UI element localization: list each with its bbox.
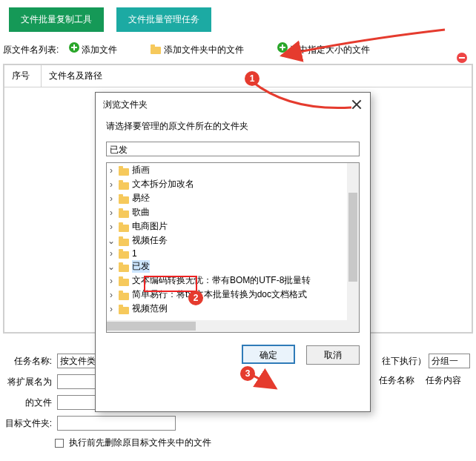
- chevron-right-icon[interactable]: ›: [107, 304, 116, 314]
- tree-node-label: 电商图片: [132, 220, 168, 233]
- tree-node[interactable]: ⌄视频任务: [107, 233, 359, 248]
- tree-node[interactable]: ›简单易行：将txt文本批量转换为doc文档格式: [107, 288, 359, 302]
- col-no: 序号: [4, 65, 42, 87]
- folder-icon: [119, 196, 129, 204]
- minus-icon: [457, 53, 467, 63]
- chevron-right-icon[interactable]: ›: [107, 290, 116, 300]
- add-folder-files-button[interactable]: 添加文件夹中的文件: [151, 44, 243, 56]
- task-name-col: 任务名称: [379, 374, 423, 387]
- tree-node-label: 歌曲: [132, 206, 150, 219]
- tree-vscrollbar[interactable]: [347, 163, 359, 332]
- tree-node-label: 1: [132, 248, 137, 259]
- folder-icon: [119, 307, 129, 314]
- annotation-badge-2: 2: [188, 291, 203, 305]
- select-by-size-button[interactable]: 选中指定大小的文件: [277, 42, 370, 56]
- delete-first-label: 执行前先删除原目标文件夹中的文件: [69, 437, 211, 448]
- tree-hscrollbar[interactable]: [107, 320, 347, 332]
- folder-icon: [119, 182, 129, 190]
- task-name-label: 任务名称:: [4, 355, 52, 368]
- tree-node-label: 插画: [132, 164, 150, 176]
- dialog-title: 浏览文件夹: [103, 99, 148, 111]
- plus-icon: [69, 42, 79, 53]
- tree-node-label: 文本编码转换无忧：带有BOM的UTF-8批量转: [132, 274, 311, 287]
- add-file-button[interactable]: 添加文件: [69, 42, 117, 56]
- folder-icon: [119, 251, 129, 259]
- annotation-badge-1: 1: [245, 71, 260, 86]
- cancel-button[interactable]: 取消: [306, 345, 360, 365]
- chevron-right-icon[interactable]: ›: [107, 208, 116, 218]
- file-of-label: 的文件: [4, 397, 52, 409]
- file-batch-copy-button[interactable]: 文件批量复制工具: [9, 7, 104, 32]
- tree-node[interactable]: ›插画: [107, 163, 359, 177]
- tree-node[interactable]: ›文本编码转换无忧：带有BOM的UTF-8批量转: [107, 273, 359, 288]
- chevron-right-icon[interactable]: ›: [107, 276, 116, 286]
- delete-first-checkbox[interactable]: [55, 439, 64, 448]
- tree-node-label: 视频任务: [132, 234, 168, 247]
- select-by-size-label: 选中指定大小的文件: [290, 44, 370, 55]
- folder-icon: [151, 47, 161, 54]
- annotation-badge-3: 3: [240, 366, 255, 381]
- toolbar-right-item[interactable]: [457, 53, 467, 65]
- tree-node-label: 文本拆分加改名: [132, 178, 194, 190]
- target-folder-label: 目标文件夹:: [4, 417, 52, 430]
- keep-exec-text: 往下执行）: [382, 356, 426, 366]
- chevron-right-icon[interactable]: ›: [107, 222, 116, 232]
- tree-node-label: 视频范例: [132, 302, 168, 315]
- browse-folder-dialog: 浏览文件夹 请选择要管理的原文件所在的文件夹 已发 ›插画›文本拆分加改名›易经…: [95, 92, 371, 412]
- folder-icon: [119, 279, 129, 286]
- tree-node[interactable]: ›视频范例: [107, 302, 359, 316]
- target-folder-input[interactable]: [57, 416, 176, 431]
- chevron-down-icon[interactable]: ⌄: [107, 262, 116, 272]
- chevron-right-icon[interactable]: ›: [107, 165, 116, 176]
- tree-node[interactable]: ›歌曲: [107, 205, 359, 219]
- close-button[interactable]: [351, 99, 363, 110]
- tree-node[interactable]: ›电商图片: [107, 219, 359, 233]
- task-content-col: 任务内容: [426, 374, 470, 387]
- tree-node[interactable]: ›易经: [107, 191, 359, 205]
- tree-node[interactable]: ⌄已发: [107, 259, 359, 273]
- add-folder-files-label: 添加文件夹中的文件: [164, 44, 244, 55]
- chevron-right-icon[interactable]: ›: [107, 193, 116, 204]
- folder-icon: [119, 265, 129, 272]
- tree-node-label: 简单易行：将txt文本批量转换为doc文档格式: [132, 288, 307, 301]
- folder-icon: [119, 225, 129, 232]
- folder-icon: [119, 293, 129, 300]
- group-input[interactable]: [429, 354, 470, 368]
- selected-path[interactable]: 已发: [106, 142, 360, 156]
- source-list-label: 原文件名列表:: [3, 44, 59, 56]
- chevron-right-icon[interactable]: ›: [107, 179, 116, 190]
- chevron-right-icon[interactable]: ›: [107, 248, 116, 259]
- folder-icon: [119, 210, 129, 218]
- tree-node[interactable]: ›1: [107, 248, 359, 259]
- task-name-input[interactable]: [57, 354, 100, 368]
- folder-icon: [119, 168, 129, 176]
- plus-icon: [277, 42, 288, 53]
- ok-button[interactable]: 确定: [242, 345, 295, 364]
- add-file-label: 添加文件: [82, 44, 117, 55]
- chevron-down-icon[interactable]: ⌄: [107, 236, 116, 246]
- folder-icon: [119, 239, 129, 246]
- tree-node-label: 易经: [132, 192, 150, 205]
- ext-label: 将扩展名为: [4, 376, 52, 388]
- dialog-subtitle: 请选择要管理的原文件所在的文件夹: [96, 114, 370, 142]
- file-batch-manage-button[interactable]: 文件批量管理任务: [116, 7, 211, 32]
- tree-node-label: 已发: [132, 260, 150, 273]
- file-list-header: 序号 文件名及路径: [4, 65, 472, 87]
- tree-node[interactable]: ›文本拆分加改名: [107, 177, 359, 191]
- folder-tree[interactable]: ›插画›文本拆分加改名›易经›歌曲›电商图片⌄视频任务›1⌄已发›文本编码转换无…: [106, 162, 360, 333]
